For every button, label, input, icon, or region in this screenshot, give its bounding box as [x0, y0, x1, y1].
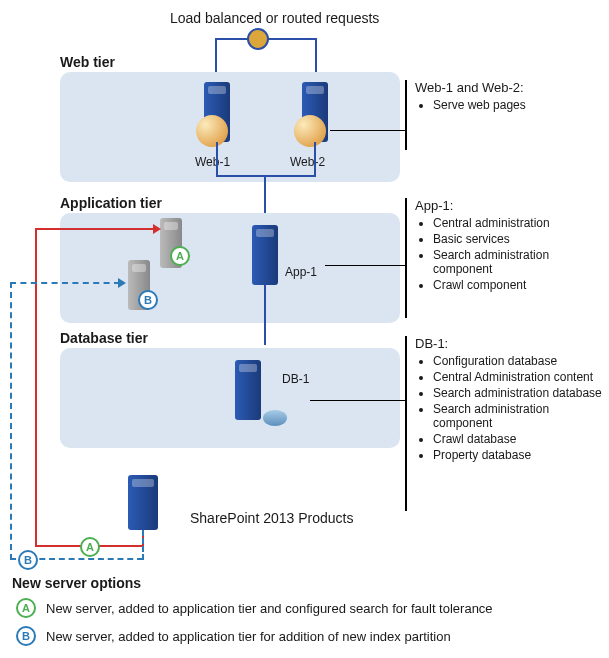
a-marker: A: [170, 246, 190, 266]
server-label: DB-1: [282, 372, 309, 386]
a-marker: A: [80, 537, 100, 557]
annotation-leader: [325, 265, 405, 266]
annotation-bracket: [405, 198, 407, 318]
connector-line: [216, 175, 316, 177]
b-marker: B: [18, 550, 38, 570]
annotation-item: Central Administration content: [433, 370, 605, 384]
legend-a-text: New server, added to application tier an…: [46, 601, 596, 616]
connector-line: [314, 142, 316, 177]
annotation-item: Central administration: [433, 216, 600, 230]
b-path: [142, 530, 144, 560]
globe-icon: [294, 115, 326, 147]
annotation-item: Crawl database: [433, 432, 605, 446]
connector-line: [216, 142, 218, 177]
b-path: [10, 282, 120, 284]
load-balancer-icon: [247, 28, 269, 50]
annotation-item: Search administration database: [433, 386, 605, 400]
annotation-item: Property database: [433, 448, 605, 462]
web-annotation-list: Serve web pages: [415, 96, 595, 114]
db-server-1-icon: [235, 360, 261, 420]
annotation-item: Serve web pages: [433, 98, 595, 112]
globe-icon: [196, 115, 228, 147]
a-marker: A: [16, 598, 36, 618]
a-path: [35, 228, 155, 230]
app-server-1-icon: [252, 225, 278, 285]
disk-icon: [263, 410, 287, 426]
b-marker: B: [138, 290, 158, 310]
web-annotation-title: Web-1 and Web-2:: [415, 80, 524, 95]
annotation-leader: [310, 400, 405, 401]
annotation-item: Crawl component: [433, 278, 600, 292]
legend-title: New server options: [12, 575, 141, 591]
legend-b-text: New server, added to application tier fo…: [46, 629, 596, 644]
annotation-item: Configuration database: [433, 354, 605, 368]
arrow-icon: [153, 224, 161, 234]
server-label: Web-1: [195, 155, 230, 169]
app-tier-title: Application tier: [60, 195, 162, 211]
annotation-bracket: [405, 336, 407, 511]
top-label: Load balanced or routed requests: [170, 10, 379, 26]
annotation-leader: [330, 130, 405, 131]
a-path: [35, 228, 37, 547]
annotation-item: Basic services: [433, 232, 600, 246]
server-label: Web-2: [290, 155, 325, 169]
sharepoint-label: SharePoint 2013 Products: [190, 510, 353, 526]
b-marker: B: [16, 626, 36, 646]
b-path: [10, 282, 12, 560]
arrow-icon: [118, 278, 126, 288]
db-tier-title: Database tier: [60, 330, 148, 346]
connector-line: [264, 285, 266, 345]
sharepoint-server-icon: [128, 475, 158, 530]
annotation-item: Search administration component: [433, 402, 605, 430]
server-label: App-1: [285, 265, 317, 279]
annotation-bracket: [405, 80, 407, 150]
app-annotation-list: Central administration Basic services Se…: [415, 214, 600, 294]
app-annotation-title: App-1:: [415, 198, 453, 213]
db-tier-box: [60, 348, 400, 448]
web-tier-title: Web tier: [60, 54, 115, 70]
annotation-item: Search administration component: [433, 248, 600, 276]
db-annotation-title: DB-1:: [415, 336, 448, 351]
db-annotation-list: Configuration database Central Administr…: [415, 352, 605, 464]
